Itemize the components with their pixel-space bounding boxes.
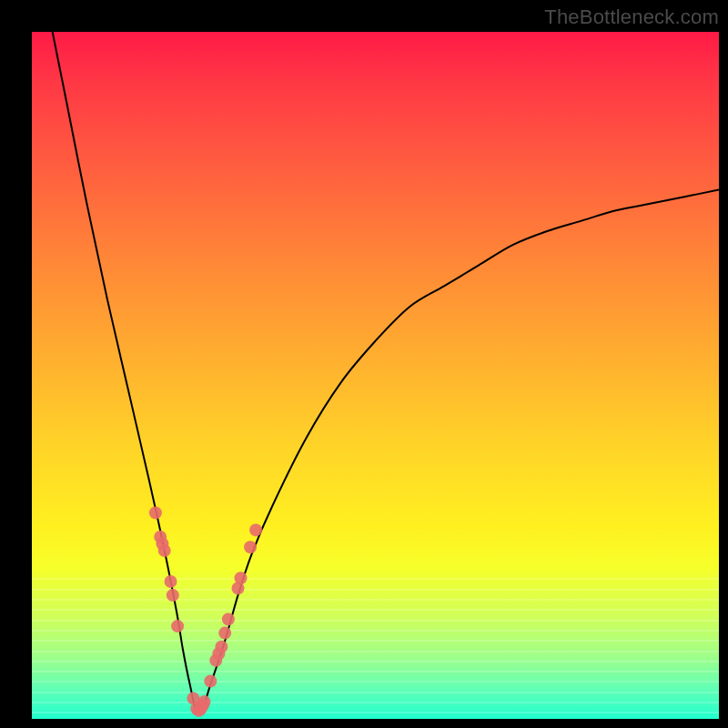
plot-area — [32, 32, 719, 719]
dot — [249, 523, 262, 536]
watermark-text: TheBottleneck.com — [544, 5, 719, 29]
dot — [218, 627, 231, 640]
dot — [167, 589, 179, 602]
dot — [222, 613, 235, 626]
dot — [171, 620, 184, 632]
dot — [158, 544, 171, 557]
dot — [165, 575, 177, 588]
highlight-dots — [149, 507, 262, 717]
dot — [198, 695, 211, 708]
dot — [215, 641, 228, 653]
bottleneck-curve — [53, 32, 719, 713]
dot — [204, 675, 217, 688]
dot — [244, 541, 257, 553]
chart-frame: TheBottleneck.com — [0, 0, 728, 728]
dot — [149, 507, 162, 520]
chart-svg — [32, 32, 719, 719]
dot — [235, 571, 248, 584]
